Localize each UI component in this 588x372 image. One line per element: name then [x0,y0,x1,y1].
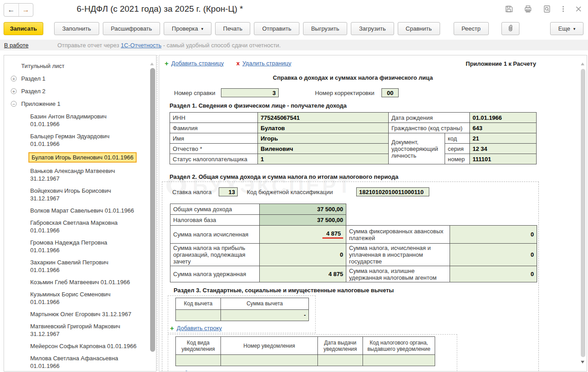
person-name: Захаркин Савелий Петрович [30,259,152,266]
panel-splitter[interactable] [157,55,157,371]
doc-number-field[interactable]: 111101 [470,154,537,164]
unload-button[interactable]: Выгрузить [303,22,347,35]
correction-number-field[interactable]: 00 [381,88,399,97]
person-name: Габровская Светлана Марковна [30,219,152,227]
add-deduction-row-link[interactable]: Добавить строку [177,325,222,331]
sidebar-section-2[interactable]: +Раздел 2 [4,85,156,98]
sidebar-section-3[interactable]: −Приложение 1 [4,98,156,110]
notification-type-cell[interactable] [176,355,221,366]
form-scrollbar[interactable] [581,69,585,357]
sidebar-person-item[interactable]: Мейерсон Софья Карповна 01.01.1966 [4,340,156,352]
report-state-link[interactable]: В работе [4,42,28,49]
window-header: ← → 6-НДФЛ (с 2021 года) за 2025 г. (Кро… [0,0,588,19]
deduction-code-cell[interactable] [176,310,221,321]
sidebar-person-item[interactable]: Мартынюк Олег Егорович 31.12.1967 [4,308,156,320]
birth-field[interactable]: 01.01.1966 [470,113,537,123]
decrypt-button[interactable]: Расшифровать [103,22,160,35]
tax-calculated-field[interactable]: 4 875 [260,226,346,244]
tax-base-field[interactable]: 37 500,00 [260,215,346,226]
surname-label: Фамилия [170,123,258,133]
print-icon[interactable] [524,5,532,13]
expand-icon[interactable]: + [11,88,17,94]
sidebar-section-label: Приложение 1 [21,100,60,107]
collapse-icon[interactable]: − [11,101,17,107]
sidebar-person-item[interactable]: Громова Надежда Петровна01.01.1966 [4,236,156,256]
sidebar-scrollbar[interactable] [150,68,155,352]
fill-button[interactable]: Заполнить [54,22,99,35]
close-icon[interactable] [575,6,582,12]
doc-series-field[interactable]: 12 34 [470,144,537,154]
sidebar-person-item[interactable]: Матвиевский Григорий Маркович31.12.1967 [4,320,156,340]
person-birthdate: 01.01.1966 [30,266,152,274]
total-income-field[interactable]: 37 500,00 [260,204,346,215]
patronymic-field[interactable]: Виленович [258,144,389,154]
expand-icon[interactable]: + [11,76,17,82]
load-button[interactable]: Загрузить [351,22,394,35]
citizenship-field[interactable]: 643 [470,123,537,133]
appendix-label: Приложение 1 к Расчету [466,60,536,67]
sidebar-section-label: Титульный лист [21,63,64,69]
inn-field[interactable]: 775245067541 [258,113,389,123]
sidebar-person-item[interactable]: Волков Марат Савельевич 01.01.1966 [4,204,156,217]
add-notification-row-link[interactable]: Добавить строку [177,370,222,372]
sidebar-person-item[interactable]: Габровская Светлана Марковна01.01.1966 [4,217,156,236]
sidebar-person-item[interactable]: Милова Светлана Афанасьевна01.01.1966 [4,352,156,372]
doc-code-field[interactable]: 21 [470,133,537,144]
citizenship-label: Гражданство (код страны) [389,123,470,133]
kbk-field[interactable]: 18210102010011000110 [356,187,429,196]
person-birthdate: 31.12.1967 [30,175,152,182]
profit-tax-field[interactable]: 0 [260,244,346,266]
add-page-link[interactable]: Добавить страницу [171,60,224,67]
notification-number-cell[interactable] [221,355,318,366]
delete-page-link[interactable]: Удалить страницу [242,60,291,67]
certificate-number-field[interactable]: 3 [221,88,279,97]
scroll-down-arrow-icon[interactable] [581,361,584,363]
sidebar-person-item[interactable]: Войцехович Игорь Борисович31.12.1967 [4,185,156,204]
name-field[interactable]: Игорь [258,133,389,144]
sidebar-section-1[interactable]: +Раздел 1 [4,73,156,85]
notification-authority-cell[interactable] [363,355,435,366]
more-button[interactable]: Еще▾ [550,22,583,35]
check-button[interactable]: Проверка▾ [164,22,211,35]
forward-button[interactable]: → [19,4,33,16]
compare-button[interactable]: Сравнить [398,22,440,35]
deduction-sum-cell[interactable]: - [221,310,309,321]
print-button[interactable]: Печать [215,22,251,35]
tax-base-label: Налоговая база [170,215,260,226]
attach-button[interactable] [501,22,519,35]
scroll-up-arrow-icon[interactable] [581,63,584,65]
red-underline-annotation: 4 875 [322,230,343,239]
sidebar-person-item[interactable]: Захаркин Савелий Петрович01.01.1966 [4,256,156,276]
fixed-advance-field[interactable]: 0 [450,226,537,244]
person-name: Козьмин Глеб Матвеевич 01.01.1966 [30,279,130,286]
notification-date-cell[interactable] [318,355,363,366]
section1-title: Раздел 1. Сведения о физическом лице - п… [170,102,347,109]
sidebar-person-item[interactable]: Козьмин Глеб Матвеевич 01.01.1966 [4,276,156,288]
sidebar-section-0[interactable]: Титульный лист [4,60,156,73]
back-button[interactable]: ← [4,4,19,16]
surname-field[interactable]: Булатов [258,123,389,133]
sidebar-section-label: Раздел 1 [21,75,46,82]
registry-button[interactable]: Реестр [454,22,489,35]
taxpayer-status-field[interactable]: 1 [258,154,389,164]
1c-reporting-link[interactable]: 1С-Отчетность [121,42,161,49]
save-icon[interactable] [505,5,513,13]
kebab-menu-icon[interactable] [562,5,565,13]
sidebar-person-item[interactable]: Ваньков Александр Матвеевич31.12.1967 [4,165,156,185]
section3-title: Раздел 3. Стандартные, социальные и имущ… [174,287,394,294]
sidebar-person-item[interactable]: Базин Антон Владимирович01.01.1966 [4,110,156,130]
deductions-table: Код вычета Сумма вычета - [175,298,309,321]
tax-rate-field[interactable]: 13 [219,187,238,196]
send-button[interactable]: Отправить [254,22,299,35]
scroll-up-arrow-icon[interactable] [150,63,154,65]
preview-icon[interactable] [543,5,551,13]
tax-withheld-field[interactable]: 4 875 [260,266,346,282]
sidebar-person-item[interactable]: Кузьминых Борис Семенович01.01.1966 [4,288,156,308]
sidebar-person-item[interactable]: Бальцер Герман Эдуардович01.01.1966 [4,130,156,150]
sidebar-person-item[interactable]: Булатов Игорь Виленович 01.01.1966 [4,150,156,165]
person-name: Милова Светлана Афанасьевна [30,354,152,362]
deductions-group: Код вычета Сумма вычета - + Добавить стр… [168,295,316,333]
foreign-tax-field[interactable]: 0 [450,244,537,266]
excess-withheld-field[interactable]: 0 [450,266,537,282]
save-button[interactable]: Записать [4,22,43,35]
